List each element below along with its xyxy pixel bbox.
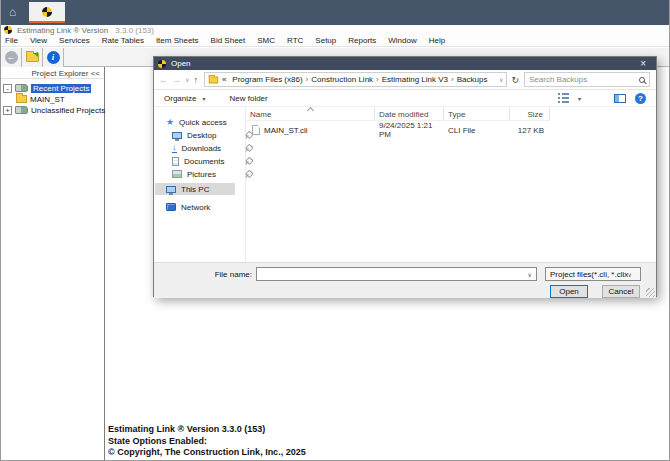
tree-item-main-st[interactable]: MAIN_ST <box>16 94 65 104</box>
column-name[interactable]: Name <box>246 107 375 120</box>
status-block: Estimating Link ® Version 3.3.0 (153) St… <box>108 424 306 459</box>
column-size[interactable]: Size <box>510 107 550 120</box>
column-headers: Name Date modified Type Size <box>246 107 550 121</box>
breadcrumb-segment[interactable]: Estimating Link V3 <box>382 75 448 84</box>
resize-grip[interactable] <box>646 288 655 297</box>
open-button[interactable]: Open <box>550 285 588 298</box>
menu-rtc[interactable]: RTC <box>287 36 303 45</box>
app-logo-icon <box>42 7 52 17</box>
command-bar: Organize ▾ New folder ▾ ? <box>154 90 656 107</box>
dialog-title-bar[interactable]: Open × <box>154 57 656 70</box>
tree-item-label: Unclassified Projects <box>31 106 105 115</box>
documents-icon <box>172 157 179 166</box>
folder-icon <box>16 95 27 103</box>
breadcrumb-overflow[interactable]: « <box>222 75 226 84</box>
place-network[interactable]: Network <box>166 201 246 213</box>
breadcrumb-segment[interactable]: Construction Link <box>311 75 373 84</box>
file-date: 9/24/2025 1:21 PM <box>375 121 444 139</box>
place-desktop[interactable]: Desktop <box>172 129 252 141</box>
place-label: Downloads <box>182 144 245 153</box>
active-app-tab[interactable] <box>29 2 65 23</box>
place-quick-access[interactable]: ★ Quick access <box>166 116 246 128</box>
place-this-pc[interactable]: This PC <box>155 183 235 195</box>
organize-button[interactable]: Organize <box>164 94 196 103</box>
back-button[interactable]: ← <box>1 48 22 67</box>
open-dialog: Open × ← → ∨ ↑ « Program Files (x86) › C… <box>153 56 657 297</box>
open-folder-icon <box>26 53 39 62</box>
sort-ascending-icon <box>307 107 314 114</box>
about-button[interactable]: i <box>43 48 64 67</box>
search-box[interactable] <box>524 72 650 87</box>
breadcrumb[interactable]: « Program Files (x86) › Construction Lin… <box>204 72 508 87</box>
view-mode-dropdown-icon[interactable]: ▾ <box>578 95 581 102</box>
organize-dropdown-icon[interactable]: ▾ <box>202 95 205 102</box>
app-window: ⌂ Estimating Link ® Version 3.3.0 (153) … <box>0 0 670 461</box>
menu-view[interactable]: View <box>30 36 47 45</box>
menu-bid-sheet[interactable]: Bid Sheet <box>211 36 246 45</box>
address-dropdown-icon[interactable]: ∨ <box>499 76 503 83</box>
menu-help[interactable]: Help <box>429 36 445 45</box>
back-arrow-icon: ← <box>5 51 18 64</box>
menu-setup[interactable]: Setup <box>315 36 336 45</box>
column-date-modified[interactable]: Date modified <box>375 107 444 120</box>
app-logo-icon <box>4 26 12 34</box>
close-icon[interactable]: × <box>634 57 656 70</box>
menu-services[interactable]: Services <box>59 36 90 45</box>
place-pictures[interactable]: Pictures <box>172 168 252 180</box>
menu-window[interactable]: Window <box>388 36 416 45</box>
menu-bar: File View Services Rate Tables Item Shee… <box>1 35 670 47</box>
dialog-title: Open <box>171 59 634 68</box>
project-explorer-header[interactable]: Project Explorer << <box>1 67 104 79</box>
menu-rate-tables[interactable]: Rate Tables <box>102 36 144 45</box>
nav-back-icon[interactable]: ← <box>159 75 168 85</box>
menu-item-sheets[interactable]: Item Sheets <box>156 36 199 45</box>
nav-history-chevron-icon[interactable]: ∨ <box>185 76 189 83</box>
desktop-icon <box>172 132 182 139</box>
window-title: Estimating Link ® Version <box>17 26 108 35</box>
breadcrumb-separator-icon: › <box>451 75 454 84</box>
menu-file[interactable]: File <box>5 36 18 45</box>
collapse-icon[interactable]: - <box>3 84 12 93</box>
file-name-label: File name: <box>194 270 252 279</box>
project-group-icon <box>15 84 28 92</box>
file-row[interactable]: MAIN_ST.cli 9/24/2025 1:21 PM CLI File 1… <box>246 124 550 136</box>
file-type: CLI File <box>444 126 510 135</box>
view-mode-icon[interactable] <box>558 93 569 103</box>
tree-item-recent-projects[interactable]: - Recent Projects <box>3 83 91 93</box>
nav-forward-icon[interactable]: → <box>172 75 181 85</box>
breadcrumb-segment[interactable]: Program Files (x86) <box>232 75 302 84</box>
top-tab-bar: ⌂ <box>1 0 670 25</box>
folder-icon <box>209 76 218 83</box>
open-project-button[interactable] <box>22 48 43 67</box>
breadcrumb-segment[interactable]: Backups <box>457 75 488 84</box>
help-icon[interactable]: ? <box>635 93 646 104</box>
file-type-dropdown-icon: ∨ <box>628 271 636 278</box>
file-name-input[interactable] <box>257 270 528 279</box>
file-type-select[interactable]: Project files(*.cli, *.clix) ∨ <box>545 267 641 281</box>
menu-reports[interactable]: Reports <box>348 36 376 45</box>
file-name-combobox[interactable]: ∨ <box>256 267 537 281</box>
menu-smc[interactable]: SMC <box>257 36 275 45</box>
column-type[interactable]: Type <box>444 107 510 120</box>
breadcrumb-separator-icon: › <box>376 75 379 84</box>
place-documents[interactable]: Documents <box>172 155 252 167</box>
place-label: Documents <box>184 157 244 166</box>
file-name-dropdown-icon[interactable]: ∨ <box>528 271 536 278</box>
preview-pane-icon[interactable] <box>614 94 626 103</box>
refresh-icon[interactable]: ↻ <box>511 75 519 85</box>
dialog-body: ★ Quick access Desktop ↓ Downloads Docum… <box>154 107 656 262</box>
place-downloads[interactable]: ↓ Downloads <box>172 142 252 154</box>
search-icon <box>639 77 645 83</box>
address-bar: ← → ∨ ↑ « Program Files (x86) › Construc… <box>154 70 656 90</box>
expand-icon[interactable]: + <box>3 106 12 115</box>
cancel-button[interactable]: Cancel <box>602 285 640 298</box>
search-input[interactable] <box>529 75 639 84</box>
nav-up-icon[interactable]: ↑ <box>193 75 198 85</box>
tree-item-label: Recent Projects <box>31 84 91 93</box>
star-icon: ★ <box>166 118 174 127</box>
file-size: 127 KB <box>510 126 550 135</box>
info-icon: i <box>47 51 60 64</box>
home-icon[interactable]: ⌂ <box>9 5 16 19</box>
new-folder-button[interactable]: New folder <box>229 94 267 103</box>
tree-item-unclassified-projects[interactable]: + Unclassified Projects <box>3 105 105 115</box>
